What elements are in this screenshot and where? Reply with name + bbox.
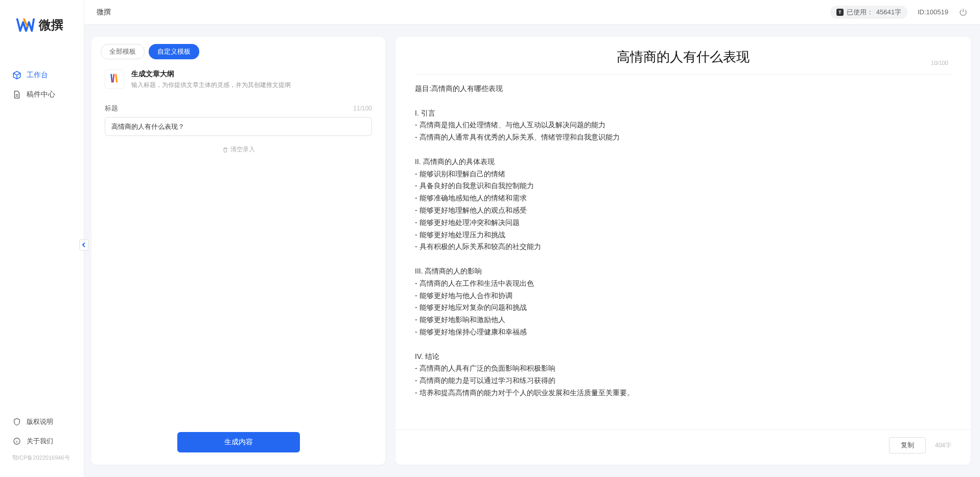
power-icon[interactable] <box>959 8 968 17</box>
usage-label: 已使用： <box>847 8 873 17</box>
nav-label: 关于我们 <box>27 437 53 446</box>
tab-all-templates[interactable]: 全部模板 <box>101 44 145 59</box>
clear-label: 清空录入 <box>230 145 255 154</box>
main-nav: 工作台 稿件中心 <box>0 50 84 412</box>
document-icon <box>12 90 21 99</box>
icp-text: 鄂ICP备2022016946号 <box>0 451 84 467</box>
copy-button[interactable]: 复制 <box>889 437 926 453</box>
info-icon <box>12 437 21 446</box>
sidebar-bottom: 版权说明 关于我们 鄂ICP备2022016946号 <box>0 412 84 477</box>
nav-label: 稿件中心 <box>27 90 55 99</box>
output-panel: 高情商的人有什么表现 10/100 题目:高情商的人有哪些表现 I. 引言 - … <box>395 37 971 465</box>
sidebar-item-copyright[interactable]: 版权说明 <box>0 412 84 431</box>
collapse-sidebar-button[interactable] <box>79 239 88 251</box>
input-panel: 全部模板 自定义模板 生成文章大纲 输入标题，为你提供文章主体的灵感，并为其创建… <box>91 37 385 465</box>
text-icon: T <box>836 9 844 16</box>
sidebar-item-workbench[interactable]: 工作台 <box>0 65 84 85</box>
nav-label: 工作台 <box>27 71 48 80</box>
logo-icon <box>15 15 35 35</box>
title-input[interactable] <box>105 117 372 136</box>
template-tabs: 全部模板 自定义模板 <box>91 37 385 64</box>
sidebar-item-about[interactable]: 关于我们 <box>0 431 84 451</box>
nav-label: 版权说明 <box>27 417 53 426</box>
tab-custom-templates[interactable]: 自定义模板 <box>149 44 199 59</box>
word-count: 404字 <box>935 441 951 450</box>
sidebar-item-drafts[interactable]: 稿件中心 <box>0 85 84 104</box>
sidebar: 微撰 工作台 稿件中心 版权说明 <box>0 0 84 477</box>
title-counter: 11/100 <box>353 105 372 112</box>
books-icon <box>109 73 120 86</box>
output-body: 题目:高情商的人有哪些表现 I. 引言 - 高情商是指人们处理情绪、与他人互动以… <box>395 75 971 429</box>
logo: 微撰 <box>0 0 84 50</box>
template-card: 生成文章大纲 输入标题，为你提供文章主体的灵感，并为其创建推文提纲 <box>91 64 385 99</box>
trash-icon <box>222 147 228 153</box>
shield-icon <box>12 417 21 426</box>
page-title: 微撰 <box>97 8 111 17</box>
cube-icon <box>12 71 21 80</box>
template-icon <box>105 70 124 89</box>
topbar: 微撰 T 已使用： 45641字 ID:100519 <box>84 0 980 25</box>
user-id: ID:100519 <box>918 8 948 16</box>
output-title-counter: 10/100 <box>931 60 948 66</box>
clear-input-button[interactable]: 清空录入 <box>105 145 372 154</box>
title-label: 标题 <box>105 104 118 113</box>
generate-button[interactable]: 生成内容 <box>177 432 300 452</box>
chevron-left-icon <box>81 242 86 247</box>
output-title: 高情商的人有什么表现 <box>415 48 951 66</box>
template-title: 生成文章大纲 <box>131 70 291 79</box>
usage-badge: T 已使用： 45641字 <box>830 6 907 19</box>
usage-value: 45641字 <box>876 8 901 17</box>
template-desc: 输入标题，为你提供文章主体的灵感，并为其创建推文提纲 <box>131 81 291 89</box>
logo-text: 微撰 <box>39 17 63 33</box>
